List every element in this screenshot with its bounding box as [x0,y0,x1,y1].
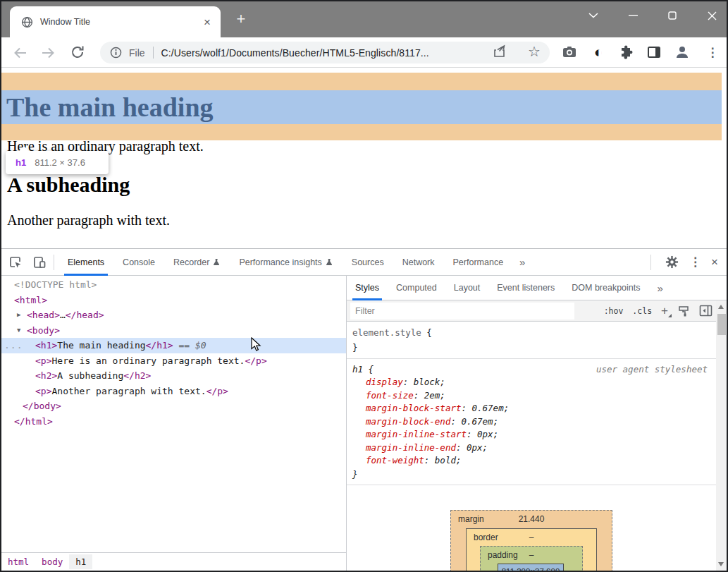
margin-value[interactable]: 21.440 [451,511,612,528]
browser-tab[interactable]: Window Title × [10,6,221,37]
browser-window: Window Title × + [0,0,728,572]
url-separator [153,47,154,59]
dom-tree-row-selected[interactable]: ...<h1>The main heading</h1> == $0 [1,338,346,353]
tab-close-icon[interactable]: × [204,16,211,28]
styles-filter-input[interactable] [350,303,574,320]
tab-strip: Window Title × + [1,1,727,37]
sidebar-tab-layout[interactable]: Layout [445,276,489,300]
rendering-brush-icon[interactable] [677,305,690,317]
dom-tree-row[interactable]: </body> [1,398,346,414]
new-tab-button[interactable]: + [232,11,250,29]
more-tabs-icon[interactable]: » [512,256,532,268]
tab-sources[interactable]: Sources [343,249,393,276]
tab-recorder[interactable]: Recorder [164,249,230,276]
elements-panel: <!DOCTYPE html><html>▶<head>…</head>▼<bo… [1,276,347,571]
dom-tree-row[interactable]: ▼<body> [1,323,346,339]
camera-extension-icon[interactable] [561,44,578,61]
styles-scrollbar[interactable] [716,300,727,571]
css-property[interactable]: margin-block-end: 0.67em; [352,415,710,429]
css-property[interactable]: margin-inline-end: 0px; [352,442,710,455]
browser-toolbar: File C:/Users/wolf1/Documents/Buecher/HT… [1,37,727,68]
inspect-element-icon[interactable] [8,255,23,269]
experiment-flask-icon [213,258,221,266]
window-maximize-button[interactable] [663,6,681,25]
styles-panel: StylesComputedLayoutEvent listenersDOM b… [347,276,727,571]
dom-tree-row[interactable]: <p>Here is an ordinary paragraph text.</… [1,353,346,369]
tab-network[interactable]: Network [393,249,444,276]
share-icon[interactable] [492,44,507,59]
devtools-menu-icon[interactable]: ⋮ [689,255,701,269]
crumb-html[interactable]: html [1,554,35,569]
row-menu-dots[interactable]: ... [4,338,23,353]
side-panel-icon[interactable] [646,44,662,61]
window-chevron-icon[interactable] [584,6,603,25]
reload-button[interactable] [70,44,87,61]
box-model-diagram[interactable]: margin 21.440 border – padding [450,510,612,571]
inspect-tooltip: h1 811.2 × 37.6 [6,151,109,174]
css-property[interactable]: font-weight: bold; [352,454,710,468]
element-style-selector: element.style [352,327,421,338]
sidebar-tab-computed[interactable]: Computed [388,276,445,300]
devtools-close-icon[interactable]: × [711,255,718,269]
url-scheme-label: File [129,47,145,59]
scrollbar-down-arrow-icon[interactable] [718,562,724,566]
css-property[interactable]: font-size: 2em; [352,389,710,403]
bookmark-star-icon[interactable]: ☆ [526,44,542,59]
box-model-border: border – padding – 811.200×37.600 [466,528,597,571]
user-agent-h1-rule[interactable]: h1 { user agent stylesheet display: bloc… [347,359,716,485]
sidebar-tab-dom-breakpoints[interactable]: DOM breakpoints [563,276,648,300]
dom-tree-row[interactable]: <!DOCTYPE html> [1,277,346,293]
devtools-settings-gear-icon[interactable] [665,255,679,269]
forward-button[interactable] [39,44,56,61]
window-close-button[interactable] [703,6,721,25]
back-button[interactable] [12,44,29,61]
styles-sidebar-tabs: StylesComputedLayoutEvent listenersDOM b… [347,276,727,300]
sidebar-tab-styles[interactable]: Styles [347,276,388,300]
mouse-cursor [251,337,262,353]
scrollbar-thumb[interactable] [717,314,726,335]
new-style-rule-button[interactable]: + [661,304,668,318]
expand-arrow-icon[interactable]: ▶ [17,308,20,323]
box-model-padding: padding – 811.200×37.600 [480,546,583,571]
profile-avatar[interactable] [674,44,691,61]
css-property[interactable]: display: block; [352,376,710,389]
h1-rule-properties: display: block;font-size: 2em;margin-blo… [352,376,710,468]
dom-tree-row[interactable]: <h2>A subheading</h2> [1,368,346,384]
rule-origin-label: user agent stylesheet [596,363,710,376]
tooltip-tag-name: h1 [16,157,26,168]
computed-sidebar-toggle-icon[interactable] [699,305,712,317]
sidebar-more-tabs-icon[interactable]: » [649,276,672,300]
page-info-icon[interactable] [110,47,122,59]
tab-performance[interactable]: Performance [444,249,513,276]
sidebar-tab-event-listeners[interactable]: Event listeners [488,276,563,300]
crumb-body[interactable]: body [35,554,69,569]
extensions-puzzle-icon[interactable] [618,44,635,61]
cls-toggle[interactable]: .cls [632,306,652,316]
tab-elements[interactable]: Elements [58,249,113,276]
dom-tree-row[interactable]: ▶<head>…</head> [1,308,346,323]
devtools-toolbar: ElementsConsoleRecorderPerformance insig… [1,249,727,276]
crumb-h1[interactable]: h1 [69,554,92,569]
device-toolbar-icon[interactable] [32,255,47,269]
dom-tree-row[interactable]: </html> [1,414,346,430]
box-model-margin: margin 21.440 border – padding [450,510,612,571]
dark-mode-extension-icon[interactable]: ◐ [590,44,607,61]
scrollbar-up-arrow-icon[interactable] [718,305,724,309]
element-style-rule[interactable]: element.style { } [347,322,716,359]
page-viewport: The main heading Here is an ordinary par… [1,68,727,248]
collapse-arrow-icon[interactable]: ▼ [17,323,20,339]
tab-performance-insights[interactable]: Performance insights [230,249,342,276]
padding-value[interactable]: – [481,547,582,564]
address-bar[interactable]: File C:/Users/wolf1/Documents/Buecher/HT… [100,42,550,63]
css-property[interactable]: margin-block-start: 0.67em; [352,402,710,415]
browser-menu-icon[interactable]: ⋮ [704,44,721,61]
dom-tree-row[interactable]: <html> [1,293,346,308]
border-value[interactable]: – [467,529,596,546]
dom-tree-row[interactable]: <p>Another paragraph with text.</p> [1,384,346,399]
box-model-content[interactable]: 811.200×37.600 [498,564,564,571]
hov-toggle[interactable]: :hov [604,306,624,316]
tab-console[interactable]: Console [113,249,164,276]
window-minimize-button[interactable] [624,6,642,25]
url-text[interactable]: C:/Users/wolf1/Documents/Buecher/HTML5-E… [161,47,429,59]
css-property[interactable]: margin-inline-start: 0px; [352,428,710,442]
